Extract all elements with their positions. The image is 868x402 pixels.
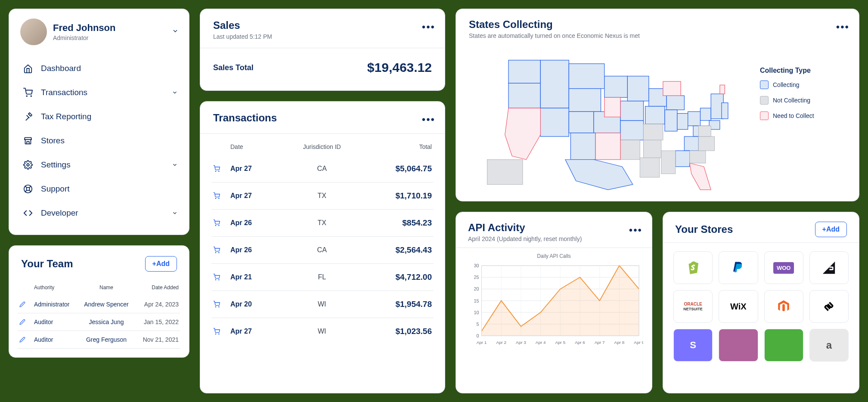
api-subtitle: April 2024 (Updated nightly, reset month…: [468, 235, 640, 242]
more-icon[interactable]: •••: [836, 21, 849, 33]
store-tile-stripe[interactable]: S: [673, 329, 713, 362]
store-tile-shopify[interactable]: [673, 251, 713, 284]
svg-text:25: 25: [474, 275, 479, 280]
cart-icon: [213, 192, 230, 199]
cart-icon: [213, 274, 230, 281]
svg-text:Apr 2: Apr 2: [496, 340, 506, 345]
svg-rect-23: [508, 60, 540, 83]
svg-rect-34: [604, 76, 628, 98]
nav-label: Developer: [41, 208, 78, 218]
store-tile-odoo[interactable]: [719, 329, 758, 362]
svg-rect-46: [676, 151, 690, 167]
stores-add-button[interactable]: +Add: [815, 222, 847, 237]
svg-rect-31: [570, 133, 595, 160]
stores-title: Your Stores: [675, 223, 733, 235]
svg-point-9: [215, 171, 216, 171]
svg-point-15: [215, 252, 216, 253]
edit-icon[interactable]: [19, 319, 30, 325]
svg-rect-50: [644, 124, 663, 140]
edit-icon[interactable]: [19, 337, 30, 343]
transaction-row[interactable]: Apr 21FL$4,712.00: [211, 264, 434, 291]
store-tile-wix[interactable]: WiX: [719, 290, 758, 323]
sales-card: Sales Last updated 5:12 PM ••• Sales Tot…: [200, 9, 445, 91]
tx-date: Apr 27: [230, 192, 291, 200]
legend-item-collecting: Collecting: [760, 80, 846, 89]
nav-item-tax-reporting[interactable]: Tax Reporting: [14, 105, 184, 129]
svg-point-19: [215, 306, 216, 307]
transaction-row[interactable]: Apr 27CA$5,064.75: [211, 155, 434, 182]
store-tile-bigcommerce[interactable]: [809, 251, 849, 284]
tx-jurisdiction: CA: [291, 165, 353, 173]
svg-rect-55: [698, 136, 714, 151]
svg-rect-32: [620, 121, 644, 140]
svg-rect-48: [722, 103, 728, 119]
svg-text:Apr 8: Apr 8: [614, 340, 625, 345]
store-tile-woocommerce[interactable]: WOO: [764, 251, 803, 284]
transaction-row[interactable]: Apr 20WI$1,954.78: [211, 291, 434, 318]
nav-item-stores[interactable]: Stores: [14, 129, 184, 153]
team-authority: Auditor: [34, 319, 77, 325]
tx-jurisdiction: TX: [291, 192, 353, 200]
sidebar: Fred Johnson Administrator DashboardTran…: [9, 9, 189, 235]
transactions-title: Transactions: [213, 112, 432, 124]
team-title: Your Team: [21, 258, 73, 270]
your-team-card: Your Team +Add Authority Name Date Added…: [9, 245, 189, 358]
team-name: Andrew Spencer: [81, 301, 132, 308]
avatar: [20, 19, 47, 45]
svg-line-6: [29, 190, 31, 192]
nav-item-developer[interactable]: Developer: [14, 201, 184, 225]
team-header-date: Date Added: [136, 284, 179, 291]
us-map[interactable]: [469, 49, 747, 192]
cart-icon: [213, 301, 230, 308]
svg-rect-60: [663, 81, 681, 96]
transaction-row[interactable]: Apr 26TX$854.23: [211, 210, 434, 237]
nav-label: Support: [41, 184, 70, 194]
svg-point-22: [219, 334, 219, 334]
svg-text:Apr 7: Apr 7: [595, 340, 605, 345]
transaction-row[interactable]: Apr 26CA$2,564.43: [211, 237, 434, 264]
more-icon[interactable]: •••: [629, 224, 642, 236]
store-tile-quickbooks[interactable]: [764, 329, 803, 362]
store-tile-oracle-netsuite[interactable]: ORACLENETSUITE: [673, 290, 713, 323]
team-date: Nov 21, 2021: [136, 336, 179, 343]
store-tile-amazon[interactable]: a: [809, 329, 849, 362]
team-add-button[interactable]: +Add: [145, 256, 177, 272]
svg-point-13: [215, 225, 216, 226]
edit-icon[interactable]: [19, 301, 30, 307]
transaction-row[interactable]: Apr 27WI$1,023.56: [211, 318, 434, 345]
sales-total-value: $19,463.12: [367, 60, 432, 75]
nav-item-settings[interactable]: Settings: [14, 153, 184, 177]
gavel-icon: [23, 111, 33, 122]
svg-rect-27: [569, 89, 601, 112]
nav-item-support[interactable]: Support: [14, 177, 184, 201]
store-tile-squarespace[interactable]: [809, 290, 849, 323]
cart-icon: [213, 220, 230, 226]
nav-item-dashboard[interactable]: Dashboard: [14, 56, 184, 80]
more-icon[interactable]: •••: [422, 21, 435, 33]
svg-point-1: [31, 96, 31, 96]
transaction-row[interactable]: Apr 27TX$1,710.19: [211, 182, 434, 210]
svg-rect-35: [627, 76, 649, 101]
more-icon[interactable]: •••: [422, 114, 435, 126]
svg-point-12: [219, 198, 219, 198]
svg-text:Apr 9: Apr 9: [634, 340, 643, 345]
store-tile-paypal[interactable]: [719, 251, 758, 284]
svg-line-8: [25, 190, 27, 192]
svg-point-18: [219, 279, 219, 280]
store-icon: [23, 136, 33, 146]
svg-rect-54: [690, 151, 706, 163]
svg-rect-39: [665, 110, 677, 131]
store-tile-magento[interactable]: [764, 290, 803, 323]
svg-text:15: 15: [474, 298, 479, 303]
api-title: API Activity: [468, 222, 640, 234]
svg-point-17: [215, 279, 216, 280]
chart-title: Daily API Calls: [465, 253, 643, 259]
nav-item-transactions[interactable]: Transactions: [14, 80, 184, 105]
api-chart: 051015202530Apr 1Apr 2Apr 3Apr 4Apr 5Apr…: [465, 261, 643, 347]
svg-rect-57: [487, 160, 523, 185]
sales-title: Sales: [213, 19, 432, 31]
svg-rect-58: [595, 133, 620, 160]
profile-header[interactable]: Fred Johnson Administrator: [9, 9, 189, 53]
tx-total: $1,023.56: [353, 327, 432, 336]
tx-date: Apr 27: [230, 165, 291, 173]
